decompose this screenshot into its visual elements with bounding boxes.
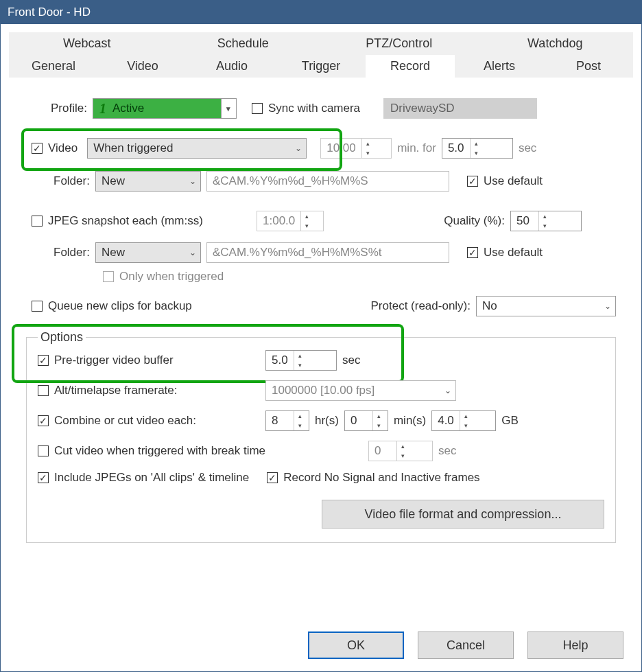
folder2-value: New: [102, 246, 125, 259]
tab-general[interactable]: General: [9, 55, 98, 78]
chevron-down-icon: ⌄: [604, 301, 611, 311]
profile-label: Profile:: [51, 102, 87, 115]
spinner-arrows[interactable]: ▴▾: [372, 411, 385, 430]
protect-value: No: [482, 299, 497, 313]
help-button-label: Help: [562, 638, 588, 653]
quality-value: 50: [511, 211, 538, 231]
queue-backup-label: Queue new clips for backup: [48, 299, 192, 313]
cancel-button[interactable]: Cancel: [418, 632, 514, 659]
video-checkbox[interactable]: ✓: [32, 143, 43, 154]
include-jpegs-checkbox[interactable]: ✓: [38, 472, 49, 483]
tab-post[interactable]: Post: [544, 55, 633, 78]
ok-button[interactable]: OK: [308, 632, 404, 659]
profile-select[interactable]: 1 Active ▾: [93, 98, 237, 119]
spinner-arrows[interactable]: ▴▾: [470, 139, 482, 158]
folder1-default-checkbox[interactable]: ✓: [467, 176, 478, 187]
help-button[interactable]: Help: [527, 632, 623, 659]
combine-checkbox[interactable]: ✓: [38, 415, 49, 426]
record-nosignal-checkbox[interactable]: ✓: [267, 472, 278, 483]
video-format-button-label: Video file format and compression...: [365, 507, 562, 522]
tab-ptz-control[interactable]: PTZ/Control: [321, 32, 477, 55]
folder1-pattern: &CAM.%Y%m%d_%H%M%S: [213, 174, 368, 188]
dialog-footer: OK Cancel Help: [9, 619, 633, 671]
alt-framerate-label: Alt/timelapse framerate:: [54, 384, 260, 397]
tab-schedule[interactable]: Schedule: [165, 32, 322, 55]
only-triggered-label: Only when triggered: [119, 270, 224, 283]
tab-webcast[interactable]: Webcast: [9, 32, 165, 55]
record-nosignal-label: Record No Signal and Inactive frames: [283, 471, 479, 485]
folder2-pattern: &CAM.%Y%m%d_%H%M%S%t: [213, 246, 382, 259]
titlebar[interactable]: Front Door - HD: [1, 1, 641, 24]
alt-framerate-checkbox[interactable]: [38, 385, 49, 396]
jpeg-label: JPEG snapshot each (mm:ss): [48, 214, 251, 228]
spinner-arrows: ▴▾: [300, 211, 313, 231]
hrs-unit: hr(s): [315, 414, 339, 428]
cancel-button-label: Cancel: [447, 638, 485, 653]
profile-number: 1: [93, 101, 112, 117]
sync-camera-label: Sync with camera: [268, 102, 360, 115]
folder2-default-label: Use default: [484, 246, 543, 259]
window-title: Front Door - HD: [8, 5, 91, 19]
combine-hrs-value: 8: [266, 411, 294, 430]
folder1-value: New: [102, 174, 125, 188]
tab-alerts[interactable]: Alerts: [455, 55, 544, 78]
video-format-button[interactable]: Video file format and compression...: [322, 500, 604, 529]
tabs-row-top: Webcast Schedule PTZ/Control Watchdog: [9, 32, 633, 55]
protect-label: Protect (read-only):: [371, 299, 471, 313]
jpeg-interval-spinner: 1:00.0 ▴▾: [257, 211, 324, 231]
alt-framerate-value: 1000000 [10.00 fps]: [272, 384, 374, 397]
video-time-value: 10:00: [321, 139, 361, 158]
combine-gb-value: 4.0: [432, 411, 460, 430]
quality-spinner[interactable]: 50 ▴▾: [510, 211, 582, 231]
folder2-label: Folder:: [54, 246, 90, 259]
folder1-select[interactable]: New ⌄: [95, 171, 201, 192]
dialog-window: Front Door - HD Webcast Schedule PTZ/Con…: [0, 0, 642, 672]
pretrigger-spinner[interactable]: 5.0 ▴▾: [265, 350, 337, 371]
pretrigger-checkbox[interactable]: ✓: [38, 355, 49, 366]
folder2-default-checkbox[interactable]: ✓: [467, 247, 478, 258]
tab-watchdog[interactable]: Watchdog: [477, 32, 634, 55]
chevron-down-icon: ⌄: [295, 143, 302, 153]
protect-select[interactable]: No ⌄: [476, 296, 616, 316]
queue-backup-checkbox[interactable]: [32, 301, 43, 312]
tab-record[interactable]: Record: [366, 55, 455, 78]
cut-break-value: 0: [369, 441, 396, 461]
video-label: Video: [48, 141, 78, 155]
folder1-label: Folder:: [54, 174, 90, 188]
sync-camera-checkbox[interactable]: [252, 103, 263, 114]
folder2-select[interactable]: New ⌄: [95, 242, 201, 263]
spinner-arrows[interactable]: ▴▾: [538, 211, 551, 231]
profile-value: Active: [112, 102, 144, 115]
alt-framerate-select: 1000000 [10.00 fps] ⌄: [265, 380, 456, 401]
spinner-arrows[interactable]: ▴▾: [294, 351, 306, 370]
cut-break-label: Cut video when triggered with break time: [54, 444, 363, 458]
combine-mins-spinner[interactable]: 0 ▴▾: [344, 410, 388, 431]
combine-hrs-spinner[interactable]: 8 ▴▾: [265, 410, 309, 431]
jpeg-checkbox[interactable]: [32, 216, 43, 227]
video-mode-select[interactable]: When triggered ⌄: [87, 138, 307, 159]
tab-trigger[interactable]: Trigger: [276, 55, 366, 78]
record-tab-body: Profile: 1 Active ▾ Sync with camera Dri…: [9, 78, 633, 619]
combine-gb-spinner[interactable]: 4.0 ▴▾: [431, 410, 496, 431]
options-legend: Options: [38, 330, 86, 345]
sec-label: sec: [519, 141, 536, 155]
include-jpegs-label: Include JPEGs on 'All clips' & timeline: [54, 471, 249, 485]
video-duration-spinner[interactable]: 5.0 ▴▾: [442, 138, 513, 159]
only-triggered-checkbox: [103, 271, 114, 282]
camera-select: DrivewaySD: [383, 98, 537, 119]
camera-value: DrivewaySD: [390, 102, 455, 115]
tab-audio[interactable]: Audio: [187, 55, 276, 78]
spinner-arrows[interactable]: ▴▾: [294, 411, 306, 430]
ok-button-label: OK: [347, 638, 365, 653]
pretrigger-value: 5.0: [266, 351, 294, 370]
gb-unit: GB: [501, 414, 519, 428]
spinner-arrows[interactable]: ▴▾: [460, 411, 472, 430]
content-area: Webcast Schedule PTZ/Control Watchdog Ge…: [1, 24, 641, 671]
folder1-pattern-input: &CAM.%Y%m%d_%H%M%S: [206, 171, 449, 192]
spinner-arrows: ▴▾: [396, 441, 409, 461]
video-duration-value: 5.0: [442, 139, 470, 158]
folder2-pattern-input: &CAM.%Y%m%d_%H%M%S%t: [206, 242, 449, 263]
tab-video[interactable]: Video: [98, 55, 187, 78]
cut-break-checkbox[interactable]: [38, 445, 49, 456]
pretrigger-label: Pre-trigger video buffer: [54, 354, 260, 367]
